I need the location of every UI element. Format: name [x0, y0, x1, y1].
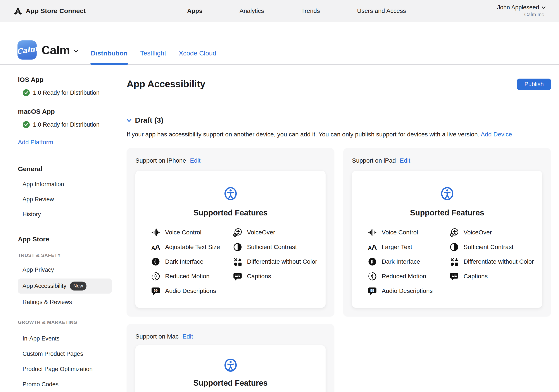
accessibility-icon — [440, 187, 454, 200]
iphone-features-panel: Supported Features Voice Control AA Adju… — [135, 171, 326, 308]
publish-button[interactable]: Publish — [517, 79, 551, 90]
feature-sufficient-contrast: Sufficient Contrast — [449, 242, 542, 252]
feature-dark-interface: Dark Interface — [367, 257, 449, 267]
supported-features-title: Supported Features — [135, 208, 326, 217]
edit-mac-link[interactable]: Edit — [183, 333, 193, 340]
sidebar-item-app-privacy[interactable]: App Privacy — [18, 266, 112, 273]
card-title-ipad: Support on iPad — [352, 157, 396, 164]
card-title-iphone: Support on iPhone — [135, 157, 186, 164]
voiceover-icon — [233, 228, 242, 237]
voice-control-icon — [367, 228, 377, 237]
sidebar-item-app-review[interactable]: App Review — [18, 196, 112, 203]
chevron-down-icon — [127, 119, 131, 122]
draft-description: If your app has accessibility support on… — [127, 131, 551, 138]
nav-item-apps[interactable]: Apps — [187, 7, 202, 14]
feature-dark-interface: Dark Interface — [151, 257, 233, 267]
app-store-connect-logo-icon — [14, 7, 22, 15]
feature-reduced-motion: Reduced Motion — [367, 271, 449, 281]
feature-captions: Captions — [449, 271, 542, 281]
app-store-connect-brand[interactable]: App Store Connect — [14, 0, 86, 22]
app-switcher[interactable]: Calm — [41, 43, 78, 57]
section-title-general: General — [18, 165, 112, 173]
differentiate-without-color-icon — [233, 257, 242, 267]
chevron-down-icon — [74, 50, 78, 53]
reduced-motion-icon — [367, 271, 377, 281]
mac-features-panel: Supported Features — [135, 345, 326, 392]
sufficient-contrast-icon — [449, 242, 459, 252]
ipad-feature-list: Voice Control AA Larger Text Dark Interf… — [352, 228, 542, 296]
feature-voiceover: VoiceOver — [233, 228, 326, 237]
voiceover-icon — [449, 228, 459, 237]
card-title-mac: Support on Mac — [135, 333, 179, 340]
tab-distribution[interactable]: Distribution — [91, 50, 128, 64]
macos-status-row[interactable]: 1.0 Ready for Distribution — [18, 121, 112, 128]
chevron-down-icon — [542, 6, 545, 9]
voice-control-icon — [151, 228, 161, 237]
sidebar-item-custom-product-pages[interactable]: Custom Product Pages — [18, 351, 112, 357]
nav-item-trends[interactable]: Trends — [301, 7, 320, 14]
accessibility-icon — [224, 187, 237, 200]
main-content: App Accessibility Publish Draft (3) If y… — [113, 65, 559, 392]
iphone-feature-list: Voice Control AA Adjustable Text Size Da… — [135, 228, 326, 296]
sidebar-item-product-page-optimization[interactable]: Product Page Optimization — [18, 366, 112, 373]
app-name: Calm — [41, 43, 70, 57]
draft-title: Draft (3) — [135, 116, 163, 124]
differentiate-without-color-icon — [449, 257, 459, 267]
primary-nav: Apps Analytics Trends Users and Access — [187, 0, 406, 22]
feature-audio-descriptions: Audio Descriptions — [367, 286, 449, 296]
feature-voice-control: Voice Control — [367, 228, 449, 237]
calm-app-icon: Calm — [18, 40, 37, 60]
sidebar-divider — [18, 227, 112, 227]
support-on-ipad-card: Support on iPad Edit Supported Features … — [343, 148, 551, 317]
reduced-motion-icon — [151, 271, 161, 281]
account-organization: Calm Inc. — [524, 12, 545, 18]
edit-iphone-link[interactable]: Edit — [190, 157, 200, 164]
supported-features-title: Supported Features — [352, 208, 542, 217]
edit-ipad-link[interactable]: Edit — [400, 157, 410, 164]
tab-testflight[interactable]: Testflight — [140, 50, 166, 64]
sidebar-item-ratings-reviews[interactable]: Ratings & Reviews — [18, 299, 112, 306]
sidebar-item-app-information[interactable]: App Information — [18, 181, 112, 188]
new-badge: New — [70, 282, 86, 291]
tab-xcode-cloud[interactable]: Xcode Cloud — [179, 50, 216, 64]
check-circle-icon — [22, 121, 30, 128]
add-platform-link[interactable]: Add Platform — [18, 139, 53, 146]
check-circle-icon — [22, 89, 30, 96]
account-menu[interactable]: John Appleseed Calm Inc. — [497, 0, 545, 22]
section-title-app-store: App Store — [18, 236, 112, 243]
top-navigation-bar: App Store Connect Apps Analytics Trends … — [0, 0, 559, 22]
captions-icon — [233, 271, 242, 281]
ios-status-text: 1.0 Ready for Distribution — [33, 90, 100, 96]
sidebar-item-history[interactable]: History — [18, 211, 112, 218]
brand-title: App Store Connect — [26, 7, 86, 15]
add-device-link[interactable]: Add Device — [481, 131, 512, 138]
accessibility-icon — [224, 358, 237, 372]
app-header: Calm Calm Distribution Testflight Xcode … — [0, 22, 559, 65]
draft-section-toggle[interactable]: Draft (3) — [127, 116, 551, 124]
support-on-iphone-card: Support on iPhone Edit Supported Feature… — [127, 148, 334, 317]
nav-item-analytics[interactable]: Analytics — [240, 7, 264, 14]
group-title-growth-marketing: GROWTH & MARKETING — [18, 319, 112, 325]
sidebar-divider — [18, 157, 112, 157]
platform-title-ios: iOS App — [18, 76, 112, 83]
sufficient-contrast-icon — [233, 242, 242, 252]
feature-audio-descriptions: Audio Descriptions — [151, 286, 233, 296]
captions-icon — [449, 271, 459, 281]
sidebar: iOS App 1.0 Ready for Distribution macOS… — [0, 65, 113, 392]
feature-sufficient-contrast: Sufficient Contrast — [233, 242, 326, 252]
page-title: App Accessibility — [127, 79, 205, 90]
feature-larger-text: AA Larger Text — [367, 242, 449, 252]
text-size-icon: AA — [151, 242, 161, 252]
feature-reduced-motion: Reduced Motion — [151, 271, 233, 281]
feature-voiceover: VoiceOver — [449, 228, 542, 237]
sidebar-item-promo-codes[interactable]: Promo Codes — [18, 381, 112, 388]
sidebar-item-in-app-events[interactable]: In-App Events — [18, 335, 112, 342]
ipad-features-panel: Supported Features Voice Control AA Larg… — [352, 171, 542, 308]
support-on-mac-card: Support on Mac Edit Supported Features — [127, 324, 334, 392]
platform-title-macos: macOS App — [18, 108, 112, 115]
sidebar-item-app-accessibility-selected[interactable]: App Accessibility New — [18, 279, 112, 293]
ios-status-row[interactable]: 1.0 Ready for Distribution — [18, 89, 112, 96]
dark-interface-icon — [367, 257, 377, 267]
macos-status-text: 1.0 Ready for Distribution — [33, 121, 100, 128]
nav-item-users-and-access[interactable]: Users and Access — [357, 7, 406, 14]
